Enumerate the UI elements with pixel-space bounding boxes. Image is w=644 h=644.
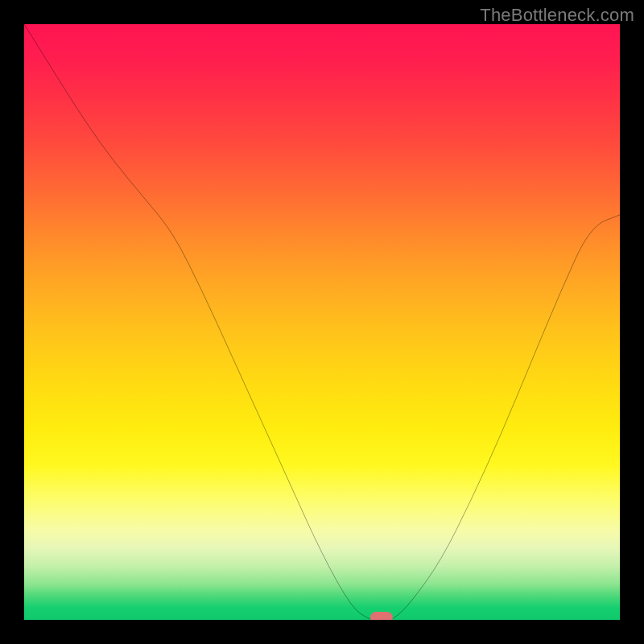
bottleneck-curve xyxy=(24,24,620,620)
chart-frame: TheBottleneck.com xyxy=(0,0,644,644)
attribution-label: TheBottleneck.com xyxy=(480,5,634,26)
plot-area xyxy=(24,24,620,620)
optimum-marker xyxy=(370,612,393,620)
